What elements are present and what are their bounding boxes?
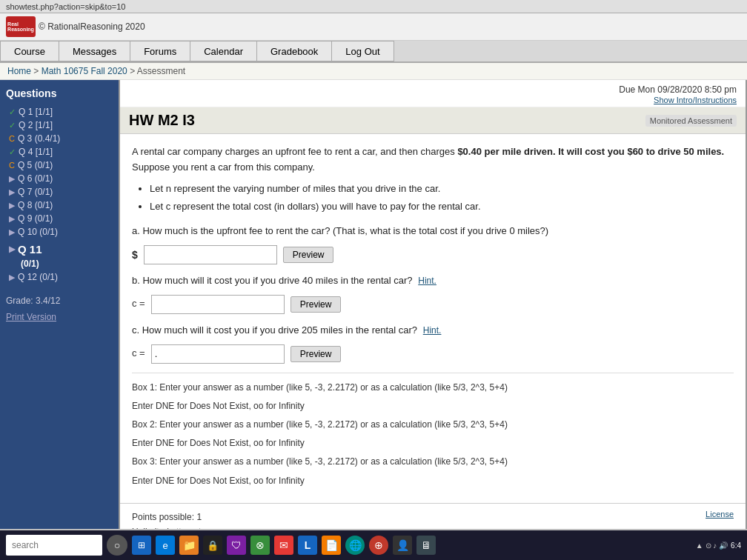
sidebar-item-q4[interactable]: ✓ Q 4 [1/1] (6, 145, 113, 159)
docs-icon[interactable]: 📄 (322, 536, 341, 555)
main-content: Questions ✓ Q 1 [1/1] ✓ Q 2 [1/1] C Q 3 … (0, 80, 747, 529)
part-b-question: b. How much will it cost you if you driv… (132, 273, 734, 289)
part-a-preview-btn[interactable]: Preview (283, 247, 334, 263)
sidebar-item-q7[interactable]: ▶ Q 7 (0/1) (6, 185, 113, 199)
sidebar-item-q12[interactable]: ▶ Q 12 (0/1) (6, 270, 113, 284)
xbox-icon[interactable]: ⊗ (250, 536, 270, 555)
part-a-input[interactable] (144, 245, 277, 264)
l-icon[interactable]: L (298, 536, 317, 555)
partial-icon-q3: C (9, 134, 15, 143)
nav-messages[interactable]: Messages (59, 41, 130, 61)
check-icon-q4: ✓ (9, 147, 16, 157)
sidebar-item-q3[interactable]: C Q 3 (0.4/1) (6, 132, 113, 145)
sidebar: Questions ✓ Q 1 [1/1] ✓ Q 2 [1/1] C Q 3 … (0, 80, 119, 529)
folder-icon[interactable]: 📁 (179, 536, 199, 555)
breadcrumb: Home > Math 10675 Fall 2020 > Assessment (0, 63, 747, 80)
arrow-icon-q10: ▶ (9, 227, 15, 237)
browser-icon[interactable]: 🌐 (345, 536, 365, 555)
sidebar-item-q5[interactable]: C Q 5 (0/1) (6, 159, 113, 172)
arrow-icon-q11: ▶ (9, 244, 15, 254)
partial-icon-q5: C (9, 161, 15, 170)
nav-course[interactable]: Course (0, 41, 59, 61)
show-intro-link[interactable]: Show Intro/Instructions (654, 96, 737, 104)
page-header: HW M2 I3 Monitored Assessment (120, 107, 746, 134)
part-b-preview-btn[interactable]: Preview (290, 296, 342, 313)
monitor-icon[interactable]: 🖥 (416, 536, 436, 555)
sidebar-item-q10[interactable]: ▶ Q 10 (0/1) (6, 225, 113, 239)
box3-line2: Enter DNE for Does Not Exist, oo for Inf… (132, 474, 734, 488)
chrome-icon[interactable]: ⊕ (369, 536, 388, 555)
q12-label: Q 12 (0/1) (18, 272, 58, 282)
arrow-icon-q12: ▶ (9, 273, 15, 282)
mail-icon[interactable]: ✉ (274, 536, 293, 555)
q9-label: Q 9 (0/1) (18, 213, 53, 224)
q5-label: Q 5 (0/1) (18, 160, 53, 170)
user-icon[interactable]: 👤 (393, 536, 412, 555)
question-intro: A rental car company charges an upfront … (132, 144, 734, 176)
points-possible: Points possible: 1 (132, 510, 237, 524)
q2-label: Q 2 [1/1] (19, 120, 53, 130)
bullet-list: Let n represent the varying number of mi… (150, 181, 734, 216)
box1-line1: Box 1: Enter your answer as a number (li… (132, 381, 734, 395)
sys-tray: ▲ ⊙ ♪ 🔊 (696, 541, 728, 550)
breadcrumb-home[interactable]: Home (7, 66, 31, 76)
edge-icon[interactable]: e (156, 536, 175, 555)
bold-charge: $0.40 per mile driven. It will cost you … (457, 146, 724, 157)
part-c-prefix: c = (132, 346, 145, 361)
due-date: Due Mon 09/28/2020 8:50 pm (129, 84, 737, 95)
q4-label: Q 4 [1/1] (19, 147, 53, 157)
arrow-icon-q9: ▶ (9, 214, 15, 224)
license-link[interactable]: License (706, 510, 734, 519)
taskbar-search-input[interactable] (6, 535, 102, 556)
logo-image: RealReasoning (6, 16, 36, 37)
part-c-hint-link[interactable]: Hint. (423, 325, 442, 336)
q1-label: Q 1 [1/1] (19, 107, 53, 117)
windows-icon[interactable]: ⊞ (132, 536, 151, 555)
part-b-hint-link[interactable]: Hint. (418, 276, 436, 286)
sidebar-item-q8[interactable]: ▶ Q 8 (0/1) (6, 199, 113, 212)
q11-label: Q 11 (18, 243, 42, 256)
copyright-text: © RationalReasoning 2020 (39, 21, 145, 32)
q7-label: Q 7 (0/1) (18, 187, 53, 197)
arrow-icon-q8: ▶ (9, 201, 15, 210)
nav-gradebook[interactable]: Gradebook (256, 41, 331, 61)
taskbar-right: ▲ ⊙ ♪ 🔊 6:4 (696, 541, 741, 550)
part-c-label: c. How much will it cost you if you driv… (132, 324, 417, 336)
time-display: 6:4 (731, 541, 741, 550)
part-b-input[interactable] (151, 295, 285, 314)
site-logo: RealReasoning © RationalReasoning 2020 (6, 16, 145, 37)
browser-url-bar: showtest.php?action=skip&to=10 (0, 0, 747, 13)
part-a-label: a. How much is the upfront fee to rent t… (132, 225, 548, 236)
content-area: Due Mon 09/28/2020 8:50 pm Show Intro/In… (119, 80, 747, 529)
points-section: Points possible: 1 Unlimited attempts. P… (120, 503, 746, 529)
nav-calendar[interactable]: Calendar (190, 41, 256, 61)
q10-label: Q 10 (0/1) (18, 227, 58, 237)
part-c-preview-btn[interactable]: Preview (290, 346, 342, 362)
nav-logout[interactable]: Log Out (331, 41, 394, 61)
sidebar-item-q6[interactable]: ▶ Q 6 (0/1) (6, 172, 113, 185)
nav-bar: Course Messages Forums Calendar Gradeboo… (0, 41, 747, 63)
lock-icon[interactable]: 🔒 (203, 536, 222, 555)
sidebar-item-q9[interactable]: ▶ Q 9 (0/1) (6, 212, 113, 225)
print-version-link[interactable]: Print Version (6, 312, 113, 322)
search-icon[interactable]: ○ (107, 535, 127, 556)
arrow-icon-q6: ▶ (9, 174, 15, 184)
sidebar-item-q1[interactable]: ✓ Q 1 [1/1] (6, 105, 113, 119)
part-c-input[interactable] (151, 344, 285, 364)
box2-line2: Enter DNE for Does Not Exist, oo for Inf… (132, 436, 734, 450)
box3-line1: Box 3: Enter your answer as a number (li… (132, 455, 734, 469)
check-icon-q2: ✓ (9, 121, 16, 130)
grade-display: Grade: 3.4/12 (6, 296, 113, 306)
site-header: RealReasoning © RationalReasoning 2020 (0, 13, 747, 41)
dollar-sign: $ (132, 247, 138, 263)
breadcrumb-course[interactable]: Math 10675 Fall 2020 (42, 66, 127, 76)
arrow-icon-q7: ▶ (9, 187, 15, 197)
points-left: Points possible: 1 Unlimited attempts. P… (132, 510, 237, 529)
sidebar-item-q2[interactable]: ✓ Q 2 [1/1] (6, 119, 113, 132)
shield-icon[interactable]: 🛡 (227, 536, 246, 555)
part-b-prefix: c = (132, 296, 145, 312)
q3-label: Q 3 (0.4/1) (18, 133, 60, 144)
nav-forums[interactable]: Forums (130, 41, 190, 61)
sidebar-item-q11[interactable]: ▶ Q 11 (6, 241, 113, 257)
part-b-answer-row: c = Preview (132, 295, 734, 314)
